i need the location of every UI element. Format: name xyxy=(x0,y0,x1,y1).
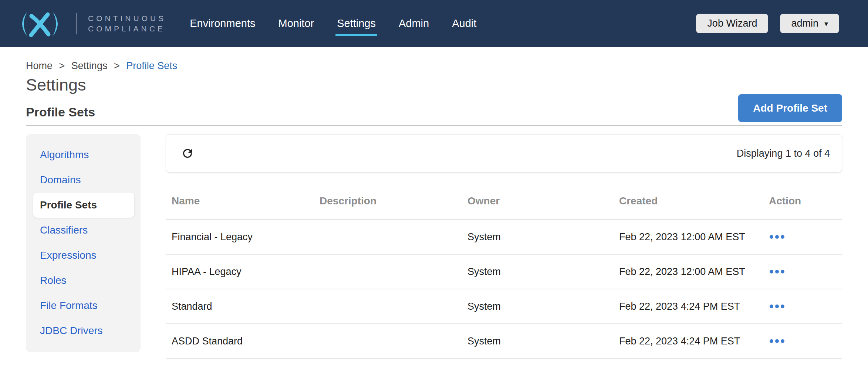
cell-name: Standard xyxy=(172,301,320,312)
ellipsis-icon xyxy=(770,235,773,239)
cell-owner: System xyxy=(467,301,619,312)
column-header-name: Name xyxy=(172,195,320,207)
navbar-right: Job Wizard admin ▾ xyxy=(696,14,839,33)
nav-item-environments[interactable]: Environments xyxy=(189,15,256,32)
primary-nav: Environments Monitor Settings Admin Audi… xyxy=(189,15,477,32)
section-divider xyxy=(26,125,842,126)
nav-item-audit[interactable]: Audit xyxy=(451,15,477,32)
table-row: Standard System Feb 22, 2023 4:24 PM EST xyxy=(166,289,842,324)
ellipsis-icon xyxy=(770,270,773,273)
user-menu-button[interactable]: admin ▾ xyxy=(780,14,839,33)
nav-item-settings[interactable]: Settings xyxy=(336,15,376,32)
breadcrumb-profile-sets: Profile Sets xyxy=(126,60,177,71)
sidebar-item-expressions[interactable]: Expressions xyxy=(26,243,141,268)
table-row: ASDD Standard System Feb 22, 2023 4:24 P… xyxy=(166,324,842,359)
paging-status: Displaying 1 to 4 of 4 xyxy=(737,148,830,159)
chevron-down-icon: ▾ xyxy=(824,19,828,28)
row-actions-button[interactable] xyxy=(769,302,789,311)
cell-created: Feb 22, 2023 12:00 AM EST xyxy=(619,266,769,278)
user-menu-label: admin xyxy=(791,18,818,29)
refresh-button[interactable] xyxy=(180,146,195,161)
table-row: HIPAA - Legacy System Feb 22, 2023 12:00… xyxy=(166,255,842,289)
breadcrumb-separator: > xyxy=(59,60,65,71)
row-actions-button[interactable] xyxy=(769,267,789,276)
page-title: Settings xyxy=(26,75,842,95)
nav-item-monitor[interactable]: Monitor xyxy=(277,15,315,32)
top-navbar: CONTINUOUS COMPLIANCE Environments Monit… xyxy=(0,0,868,47)
add-profile-set-button[interactable]: Add Profile Set xyxy=(738,94,842,122)
product-name: CONTINUOUS COMPLIANCE xyxy=(88,13,166,34)
cell-owner: System xyxy=(467,266,619,278)
breadcrumb: Home > Settings > Profile Sets xyxy=(26,60,842,72)
cell-owner: System xyxy=(467,336,619,347)
breadcrumb-settings[interactable]: Settings xyxy=(71,60,108,71)
column-header-owner: Owner xyxy=(467,195,619,207)
product-name-line2: COMPLIANCE xyxy=(88,24,166,34)
sidebar-item-algorithms[interactable]: Algorithms xyxy=(26,142,141,167)
row-actions-button[interactable] xyxy=(769,336,789,346)
cell-created: Feb 22, 2023 4:24 PM EST xyxy=(619,301,769,312)
content-row: Algorithms Domains Profile Sets Classifi… xyxy=(26,134,842,359)
sidebar-item-profile-sets[interactable]: Profile Sets xyxy=(33,193,134,218)
row-actions-button[interactable] xyxy=(769,232,789,242)
delphix-logo-icon xyxy=(14,8,65,40)
sidebar-item-domains[interactable]: Domains xyxy=(26,167,141,193)
brand-divider xyxy=(76,13,77,34)
settings-sidebar: Algorithms Domains Profile Sets Classifi… xyxy=(26,134,141,352)
profile-sets-panel: Displaying 1 to 4 of 4 Name Description … xyxy=(166,134,842,359)
cell-name: ASDD Standard xyxy=(172,336,320,347)
column-header-description: Description xyxy=(320,195,467,207)
cell-created: Feb 22, 2023 4:24 PM EST xyxy=(619,336,769,347)
cell-name: Financial - Legacy xyxy=(172,231,320,243)
section-title: Profile Sets xyxy=(26,105,842,119)
sidebar-item-file-formats[interactable]: File Formats xyxy=(26,293,141,318)
cell-created: Feb 22, 2023 12:00 AM EST xyxy=(619,231,769,243)
nav-item-admin[interactable]: Admin xyxy=(398,15,430,32)
breadcrumb-home[interactable]: Home xyxy=(26,60,53,71)
table-toolbar: Displaying 1 to 4 of 4 xyxy=(166,134,842,173)
refresh-icon xyxy=(181,147,194,160)
ellipsis-icon xyxy=(770,339,773,343)
column-header-created: Created xyxy=(619,195,769,207)
table-row: Financial - Legacy System Feb 22, 2023 1… xyxy=(166,220,842,255)
cell-name: HIPAA - Legacy xyxy=(172,266,320,278)
page-container: Home > Settings > Profile Sets Settings … xyxy=(0,60,868,359)
sidebar-item-roles[interactable]: Roles xyxy=(26,268,141,293)
ellipsis-icon xyxy=(770,305,773,308)
product-name-line1: CONTINUOUS xyxy=(88,13,166,24)
sidebar-item-classifiers[interactable]: Classifiers xyxy=(26,218,141,243)
job-wizard-button[interactable]: Job Wizard xyxy=(696,14,768,33)
table-header-row: Name Description Owner Created Action xyxy=(166,183,842,220)
breadcrumb-separator: > xyxy=(114,60,120,71)
sidebar-item-jdbc-drivers[interactable]: JDBC Drivers xyxy=(26,318,141,343)
cell-owner: System xyxy=(467,231,619,243)
column-header-action: Action xyxy=(769,195,842,207)
